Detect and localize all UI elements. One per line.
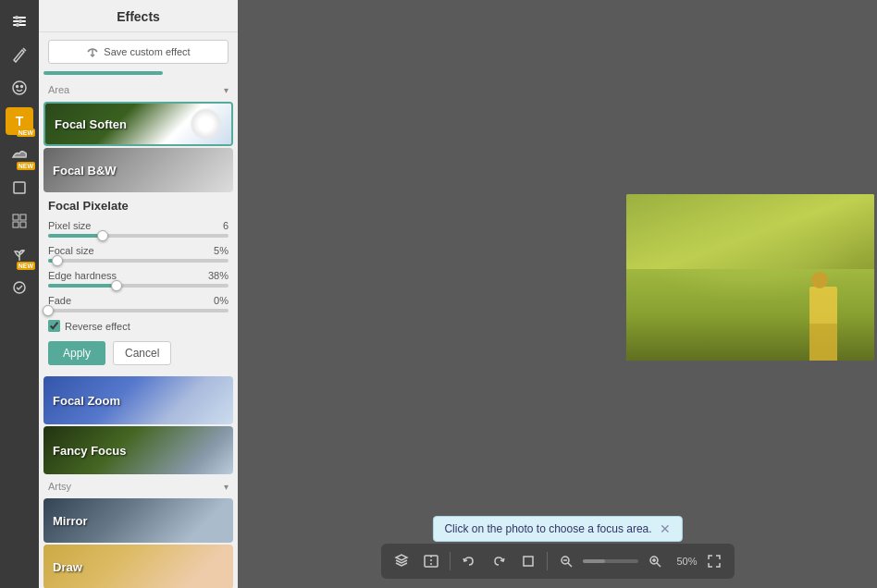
zoom-slider-container xyxy=(583,559,638,563)
svg-point-4 xyxy=(19,19,22,23)
focal-size-row: Focal size 5% xyxy=(48,245,229,263)
mirror-label: Mirror xyxy=(53,514,88,528)
effect-focal-bw[interactable]: Focal B&W xyxy=(43,148,233,192)
toolbar-face-icon[interactable] xyxy=(6,74,33,102)
edge-hardness-slider[interactable] xyxy=(48,284,229,288)
svg-point-8 xyxy=(17,86,19,88)
svg-point-9 xyxy=(21,86,23,88)
reverse-effect-label[interactable]: Reverse effect xyxy=(65,321,130,332)
svg-rect-19 xyxy=(524,557,533,566)
toolbar-sky-icon[interactable]: NEW xyxy=(6,141,33,168)
fade-row: Fade 0% xyxy=(48,295,229,312)
effects-title: Effects xyxy=(39,0,238,32)
fancy-focus-label: Fancy Focus xyxy=(53,444,126,458)
save-custom-button[interactable]: Save custom effect xyxy=(48,40,229,64)
undo-button[interactable] xyxy=(456,548,482,574)
effect-mirror[interactable]: Mirror xyxy=(43,498,233,543)
svg-rect-11 xyxy=(13,214,19,220)
tooltip-close[interactable]: ✕ xyxy=(660,522,671,535)
redo-button[interactable] xyxy=(486,548,512,574)
svg-rect-14 xyxy=(20,222,26,227)
artsy-chevron-icon: ▾ xyxy=(224,482,229,492)
toolbar-divider-1 xyxy=(450,552,451,570)
zoom-level: 50% xyxy=(672,556,698,567)
toolbar-effects-icon[interactable] xyxy=(6,274,33,301)
figure xyxy=(809,287,837,361)
bottom-toolbar: 50% xyxy=(381,544,735,579)
toolbar-text-icon[interactable]: T NEW xyxy=(6,107,33,135)
zoom-out-button[interactable] xyxy=(553,548,579,574)
effect-focal-zoom[interactable]: Focal Zoom xyxy=(43,376,233,424)
tooltip-text: Click on the photo to choose a focus are… xyxy=(444,522,651,535)
toolbar-divider-2 xyxy=(547,552,548,570)
chevron-down-icon: ▾ xyxy=(224,85,229,95)
svg-line-24 xyxy=(657,563,661,567)
focal-bw-label: Focal B&W xyxy=(53,164,117,178)
svg-point-7 xyxy=(13,81,26,94)
reverse-effect-checkbox[interactable] xyxy=(48,320,60,332)
effect-fancy-focus[interactable]: Fancy Focus xyxy=(43,426,233,474)
svg-rect-13 xyxy=(13,222,19,227)
pixel-size-slider[interactable] xyxy=(48,234,229,238)
svg-line-21 xyxy=(568,563,572,567)
main-canvas-area[interactable]: Click on the photo to choose a focus are… xyxy=(238,0,877,588)
svg-point-5 xyxy=(16,23,19,27)
focal-size-slider[interactable] xyxy=(48,259,229,263)
toolbar-wand-icon[interactable] xyxy=(6,41,33,68)
pixel-size-row: Pixel size 6 xyxy=(48,220,229,238)
category-artsy: Artsy ▾ xyxy=(39,476,238,496)
cancel-button[interactable]: Cancel xyxy=(113,341,171,365)
toolbar-crop-icon[interactable] xyxy=(6,174,33,202)
fullscreen-button[interactable] xyxy=(701,548,727,574)
focal-pixelate-section: Focal Pixelate Pixel size 6 Focal size 5… xyxy=(39,194,238,374)
reverse-effect-row: Reverse effect xyxy=(48,320,229,332)
svg-rect-10 xyxy=(14,182,25,193)
figure-head xyxy=(811,272,828,288)
compare-button[interactable] xyxy=(418,548,444,574)
left-toolbar: T NEW NEW NEW xyxy=(0,0,39,588)
toolbar-plant-icon[interactable]: NEW xyxy=(6,240,33,268)
toolbar-texture-icon[interactable] xyxy=(6,207,33,235)
crop-button[interactable] xyxy=(515,548,541,574)
effects-panel: Effects Save custom effect Area ▾ Focal … xyxy=(39,0,238,588)
svg-point-3 xyxy=(15,16,19,19)
effects-scroll-area[interactable]: Area ▾ Focal Soften Focal B&W Focal Pixe… xyxy=(39,71,238,588)
svg-rect-12 xyxy=(20,214,26,220)
toolbar-adjust-icon[interactable] xyxy=(6,7,33,35)
apply-button[interactable]: Apply xyxy=(48,341,105,365)
action-buttons: Apply Cancel xyxy=(48,341,229,365)
zoom-in-button[interactable] xyxy=(642,548,668,574)
focal-soften-label: Focal Soften xyxy=(55,117,127,131)
effect-draw[interactable]: Draw xyxy=(43,545,233,588)
focal-zoom-label: Focal Zoom xyxy=(53,394,120,408)
info-tooltip: Click on the photo to choose a focus are… xyxy=(432,516,682,542)
layers-button[interactable] xyxy=(389,548,414,574)
zoom-slider[interactable] xyxy=(583,559,638,563)
fade-slider[interactable] xyxy=(48,309,229,312)
category-area: Area ▾ xyxy=(39,80,238,100)
focal-pixelate-title: Focal Pixelate xyxy=(48,199,229,213)
effect-focal-soften[interactable]: Focal Soften xyxy=(43,102,233,146)
draw-label: Draw xyxy=(53,560,82,574)
edge-hardness-row: Edge hardness 38% xyxy=(48,270,229,288)
canvas-image[interactable] xyxy=(626,194,874,361)
